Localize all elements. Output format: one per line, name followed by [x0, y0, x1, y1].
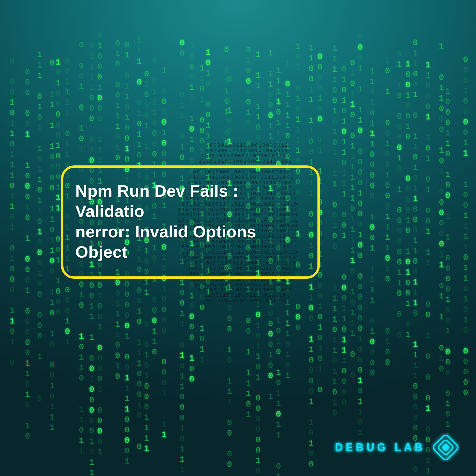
- svg-rect-2: [442, 444, 449, 451]
- hero-image: 000011011010010000011 111000011110010101…: [0, 0, 476, 476]
- headline-text: Npm Run Dev Fails : Validatio nerror: In…: [75, 181, 306, 262]
- brand-logo-icon: [431, 433, 460, 462]
- brand-name: DEBUG LAB: [335, 441, 425, 454]
- brand-block: DEBUG LAB: [335, 433, 460, 462]
- headline-card: Npm Run Dev Fails : Validatio nerror: In…: [61, 165, 320, 279]
